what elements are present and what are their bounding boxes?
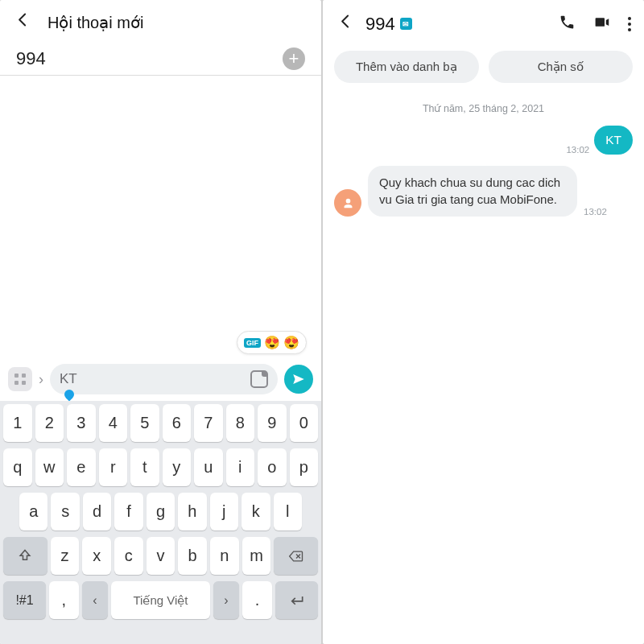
key-j[interactable]: j [210, 493, 238, 530]
rcs-badge-icon: ✉ [400, 18, 412, 30]
key-w[interactable]: w [35, 448, 64, 486]
soft-keyboard: 1234567890 qwertyuiop asdfghjkl zxcvbnm … [0, 401, 321, 644]
key-l[interactable]: l [274, 493, 302, 530]
key-x[interactable]: x [82, 537, 111, 575]
send-button[interactable] [284, 365, 313, 394]
gif-badge-icon: GIF [244, 338, 261, 348]
emoji-heart-eyes-icon: 😍 [283, 335, 299, 350]
key-h[interactable]: h [178, 493, 206, 530]
emoji-suggestion-pill[interactable]: GIF 😍 😍 [237, 331, 307, 354]
kbd-row-5: !#1 , ‹ Tiếng Việt › . [0, 578, 321, 622]
quick-actions-row: Thêm vào danh bạ Chặn số [323, 43, 644, 89]
outgoing-message-row: 13:02 KT [334, 126, 633, 155]
key-f[interactable]: f [114, 493, 142, 530]
spacebar-key[interactable]: Tiếng Việt [111, 581, 209, 619]
key-i[interactable]: i [226, 448, 255, 486]
symbols-key[interactable]: !#1 [3, 581, 46, 619]
emoji-heart-eyes-icon: 😍 [264, 335, 280, 350]
key-0[interactable]: 0 [290, 404, 319, 442]
key-6[interactable]: 6 [163, 404, 192, 442]
apps-grid-button[interactable] [8, 367, 32, 391]
kbd-row-2: qwertyuiop [0, 445, 321, 489]
recipient-input[interactable]: 994 [16, 48, 283, 69]
conversation-pane: 994 ✉ Thêm vào danh bạ Chặn số Thứ năm, … [323, 0, 644, 644]
key-n[interactable]: n [210, 537, 239, 575]
video-call-icon[interactable] [593, 14, 610, 34]
key-9[interactable]: 9 [258, 404, 287, 442]
message-input-bar: › KT [0, 359, 321, 401]
message-time: 13:02 [584, 207, 607, 217]
kbd-row-4: zxcvbnm [0, 534, 321, 578]
message-text-value: KT [60, 371, 244, 387]
key-v[interactable]: v [147, 537, 175, 575]
key-p[interactable]: p [290, 448, 319, 486]
key-2[interactable]: 2 [35, 404, 64, 442]
key-a[interactable]: a [19, 493, 47, 530]
key-4[interactable]: 4 [99, 404, 128, 442]
lang-prev-key[interactable]: ‹ [82, 581, 109, 619]
sender-avatar-icon[interactable] [334, 189, 361, 217]
back-icon[interactable] [337, 13, 354, 35]
conversation-header: 994 ✉ [323, 0, 644, 43]
key-c[interactable]: c [114, 537, 143, 575]
lang-next-key[interactable]: › [213, 581, 240, 619]
outgoing-bubble[interactable]: KT [594, 126, 633, 155]
key-e[interactable]: e [67, 448, 96, 486]
more-menu-icon[interactable] [628, 17, 631, 31]
key-g[interactable]: g [147, 493, 175, 530]
comma-key[interactable]: , [49, 581, 79, 619]
call-icon[interactable] [559, 14, 576, 34]
key-s[interactable]: s [51, 493, 79, 530]
period-key[interactable]: . [242, 581, 272, 619]
add-to-contacts-button[interactable]: Thêm vào danh bạ [334, 51, 479, 83]
key-t[interactable]: t [130, 448, 159, 486]
shift-key[interactable] [3, 537, 47, 575]
message-time: 13:02 [566, 145, 589, 155]
key-b[interactable]: b [178, 537, 207, 575]
key-1[interactable]: 1 [3, 404, 32, 442]
key-5[interactable]: 5 [130, 404, 159, 442]
key-7[interactable]: 7 [194, 404, 223, 442]
backspace-key[interactable] [274, 537, 318, 575]
key-r[interactable]: r [99, 448, 128, 486]
key-y[interactable]: y [163, 448, 192, 486]
key-8[interactable]: 8 [226, 404, 255, 442]
key-d[interactable]: d [83, 493, 111, 530]
key-z[interactable]: z [51, 537, 80, 575]
return-key[interactable] [275, 581, 318, 619]
sticker-icon[interactable] [250, 370, 268, 388]
back-icon[interactable] [14, 11, 31, 33]
compose-pane: Hội thoại mới 994 + GIF 😍 😍 › KT 1234567… [0, 0, 321, 644]
message-field[interactable]: KT [50, 364, 278, 394]
incoming-message-row: Quy khach chua su dung cac dich vu Gia t… [334, 166, 633, 217]
message-thread: 13:02 KT Quy khach chua su dung cac dich… [323, 126, 644, 217]
kbd-row-numbers: 1234567890 [0, 401, 321, 445]
key-3[interactable]: 3 [67, 404, 96, 442]
contact-number: 994 [365, 14, 395, 35]
block-number-button[interactable]: Chặn số [489, 51, 634, 83]
date-separator: Thứ năm, 25 tháng 2, 2021 [323, 102, 644, 114]
page-title: Hội thoại mới [47, 13, 143, 32]
compose-header: Hội thoại mới [0, 0, 321, 41]
key-q[interactable]: q [3, 448, 32, 486]
expand-chevron-icon[interactable]: › [39, 371, 43, 388]
key-k[interactable]: k [242, 493, 270, 530]
key-m[interactable]: m [242, 537, 271, 575]
recipient-row: 994 + [0, 41, 321, 76]
incoming-bubble[interactable]: Quy khach chua su dung cac dich vu Gia t… [368, 166, 577, 217]
add-recipient-button[interactable]: + [283, 47, 305, 70]
key-u[interactable]: u [194, 448, 223, 486]
key-o[interactable]: o [258, 448, 287, 486]
kbd-row-3: asdfghjkl [0, 489, 321, 534]
